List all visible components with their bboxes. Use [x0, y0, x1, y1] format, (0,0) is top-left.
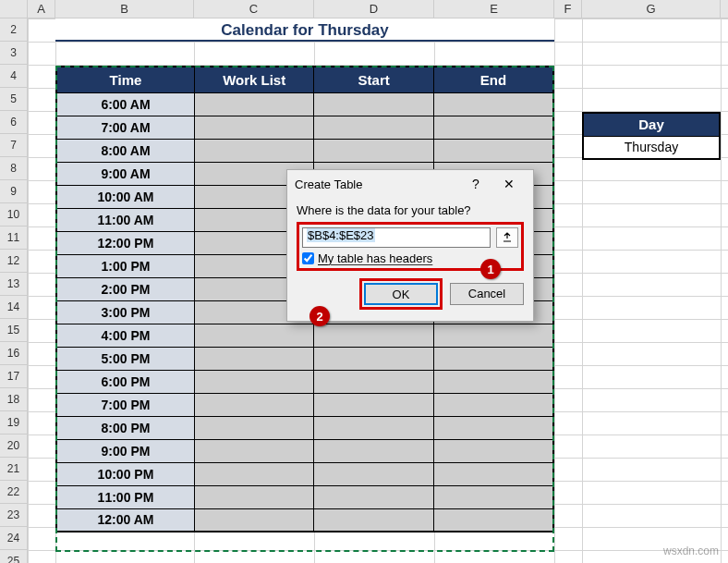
- row-header[interactable]: 15: [0, 319, 28, 342]
- empty-cell[interactable]: [314, 324, 434, 347]
- col-header-e[interactable]: E: [434, 0, 554, 18]
- row-header[interactable]: 9: [0, 180, 28, 203]
- table-row[interactable]: 5:00 PM: [56, 347, 553, 370]
- time-cell[interactable]: 10:00 PM: [56, 462, 194, 485]
- empty-cell[interactable]: [314, 92, 434, 116]
- empty-cell[interactable]: [314, 416, 434, 439]
- time-cell[interactable]: 3:00 PM: [56, 300, 194, 324]
- empty-cell[interactable]: [194, 324, 314, 347]
- table-row[interactable]: 8:00 PM: [56, 416, 553, 439]
- empty-cell[interactable]: [433, 116, 553, 139]
- col-header-f[interactable]: F: [554, 0, 582, 18]
- row-header[interactable]: 6: [0, 111, 28, 134]
- row-header[interactable]: 19: [0, 411, 28, 434]
- empty-cell[interactable]: [314, 139, 434, 162]
- headers-checkbox[interactable]: [302, 252, 314, 264]
- empty-cell[interactable]: [194, 393, 314, 416]
- row-header[interactable]: 3: [0, 42, 28, 65]
- empty-cell[interactable]: [314, 508, 434, 532]
- time-cell[interactable]: 7:00 AM: [56, 116, 194, 139]
- row-header[interactable]: 22: [0, 481, 28, 504]
- row-header[interactable]: 11: [0, 226, 28, 250]
- empty-cell[interactable]: [314, 116, 434, 139]
- empty-cell[interactable]: [194, 439, 314, 462]
- empty-cell[interactable]: [194, 462, 314, 485]
- time-cell[interactable]: 12:00 PM: [56, 231, 194, 254]
- row-header[interactable]: 12: [0, 250, 28, 273]
- empty-cell[interactable]: [433, 347, 553, 370]
- collapse-range-button[interactable]: [496, 227, 518, 248]
- table-row[interactable]: 12:00 AM: [56, 508, 553, 532]
- th-time[interactable]: Time: [56, 67, 194, 92]
- table-row[interactable]: 6:00 PM: [56, 370, 553, 393]
- headers-checkbox-label[interactable]: My table has headers: [318, 251, 432, 265]
- empty-cell[interactable]: [314, 393, 434, 416]
- table-row[interactable]: 11:00 PM: [56, 485, 553, 508]
- col-header-d[interactable]: D: [314, 0, 434, 18]
- row-header[interactable]: 18: [0, 388, 28, 411]
- empty-cell[interactable]: [314, 485, 434, 508]
- col-header-b[interactable]: B: [55, 0, 194, 18]
- time-cell[interactable]: 11:00 PM: [56, 485, 194, 508]
- empty-cell[interactable]: [194, 347, 314, 370]
- th-end[interactable]: End: [433, 67, 553, 92]
- empty-cell[interactable]: [314, 462, 434, 485]
- th-start[interactable]: Start: [314, 67, 434, 92]
- empty-cell[interactable]: [433, 139, 553, 162]
- table-row[interactable]: 7:00 PM: [56, 393, 553, 416]
- time-cell[interactable]: 8:00 PM: [56, 416, 194, 439]
- td-day[interactable]: Thursday: [583, 136, 720, 159]
- time-cell[interactable]: 12:00 AM: [56, 508, 194, 532]
- row-header-corner[interactable]: [0, 0, 28, 18]
- th-day[interactable]: Day: [583, 113, 720, 136]
- empty-cell[interactable]: [194, 139, 314, 162]
- time-cell[interactable]: 8:00 AM: [56, 139, 194, 162]
- time-cell[interactable]: 6:00 PM: [56, 370, 194, 393]
- row-header[interactable]: 24: [0, 527, 28, 550]
- time-cell[interactable]: 11:00 AM: [56, 208, 194, 231]
- empty-cell[interactable]: [314, 439, 434, 462]
- empty-cell[interactable]: [314, 347, 434, 370]
- time-cell[interactable]: 10:00 AM: [56, 185, 194, 208]
- row-header[interactable]: 16: [0, 342, 28, 365]
- empty-cell[interactable]: [433, 462, 553, 485]
- empty-cell[interactable]: [194, 370, 314, 393]
- th-work[interactable]: Work List: [194, 67, 314, 92]
- empty-cell[interactable]: [194, 92, 314, 116]
- table-row[interactable]: 8:00 AM: [56, 139, 553, 162]
- row-header[interactable]: 21: [0, 458, 28, 481]
- empty-cell[interactable]: [433, 439, 553, 462]
- empty-cell[interactable]: [194, 485, 314, 508]
- empty-cell[interactable]: [433, 324, 553, 347]
- day-table[interactable]: Day Thursday: [582, 112, 721, 160]
- dialog-titlebar[interactable]: Create Table ? ✕: [287, 170, 533, 198]
- empty-cell[interactable]: [433, 485, 553, 508]
- help-button[interactable]: ?: [459, 172, 492, 196]
- ok-button[interactable]: OK: [364, 283, 438, 305]
- time-cell[interactable]: 7:00 PM: [56, 393, 194, 416]
- table-row[interactable]: 9:00 PM: [56, 439, 553, 462]
- row-header[interactable]: 25: [0, 550, 28, 563]
- col-header-c[interactable]: C: [194, 0, 314, 18]
- row-header[interactable]: 14: [0, 296, 28, 319]
- empty-cell[interactable]: [433, 92, 553, 116]
- time-cell[interactable]: 5:00 PM: [56, 347, 194, 370]
- empty-cell[interactable]: [433, 508, 553, 532]
- table-row[interactable]: 7:00 AM: [56, 116, 553, 139]
- time-cell[interactable]: 9:00 PM: [56, 439, 194, 462]
- row-header[interactable]: 13: [0, 273, 28, 296]
- row-header[interactable]: 8: [0, 157, 28, 180]
- row-header[interactable]: 4: [0, 65, 28, 88]
- table-row[interactable]: 6:00 AM: [56, 92, 553, 116]
- row-header[interactable]: 5: [0, 88, 28, 111]
- empty-cell[interactable]: [314, 370, 434, 393]
- time-cell[interactable]: 6:00 AM: [56, 92, 194, 116]
- empty-cell[interactable]: [194, 508, 314, 532]
- row-header[interactable]: 7: [0, 134, 28, 157]
- empty-cell[interactable]: [433, 393, 553, 416]
- time-cell[interactable]: 2:00 PM: [56, 277, 194, 300]
- table-row[interactable]: 10:00 PM: [56, 462, 553, 485]
- empty-cell[interactable]: [194, 416, 314, 439]
- cancel-button[interactable]: Cancel: [450, 283, 524, 305]
- time-cell[interactable]: 4:00 PM: [56, 324, 194, 347]
